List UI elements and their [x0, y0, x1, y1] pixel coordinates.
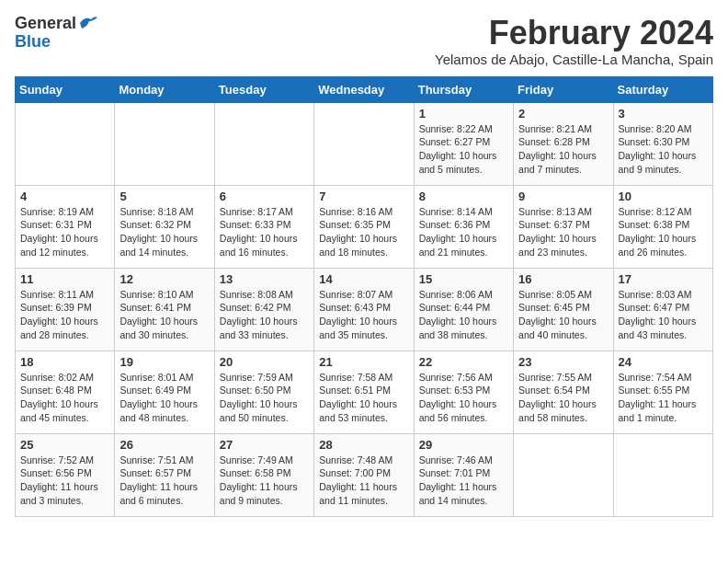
day-info: Sunrise: 8:13 AMSunset: 6:37 PMDaylight:… — [518, 205, 608, 259]
header-thursday: Thursday — [414, 76, 513, 102]
calendar-cell: 22Sunrise: 7:56 AMSunset: 6:53 PMDayligh… — [414, 350, 513, 433]
day-number: 15 — [419, 272, 508, 286]
calendar-table: SundayMondayTuesdayWednesdayThursdayFrid… — [15, 76, 713, 517]
calendar-cell — [214, 102, 313, 185]
logo-blue-text: Blue — [15, 33, 98, 52]
day-number: 2 — [518, 107, 608, 121]
day-number: 7 — [319, 190, 408, 203]
calendar-cell: 16Sunrise: 8:05 AMSunset: 6:45 PMDayligh… — [514, 268, 613, 350]
day-info: Sunrise: 8:16 AMSunset: 6:35 PMDaylight:… — [319, 205, 408, 259]
day-info: Sunrise: 8:18 AMSunset: 6:32 PMDaylight:… — [119, 205, 209, 259]
calendar-cell: 13Sunrise: 8:08 AMSunset: 6:42 PMDayligh… — [214, 268, 313, 350]
day-number: 22 — [419, 355, 508, 369]
day-info: Sunrise: 8:02 AMSunset: 6:48 PMDaylight:… — [20, 371, 109, 425]
day-info: Sunrise: 8:05 AMSunset: 6:45 PMDaylight:… — [518, 288, 608, 342]
calendar-cell: 19Sunrise: 8:01 AMSunset: 6:49 PMDayligh… — [115, 350, 214, 433]
day-number: 25 — [20, 438, 109, 452]
day-info: Sunrise: 7:54 AMSunset: 6:55 PMDaylight:… — [619, 371, 708, 425]
day-number: 4 — [20, 190, 109, 203]
day-number: 1 — [419, 107, 508, 121]
day-number: 21 — [319, 355, 408, 369]
day-info: Sunrise: 7:56 AMSunset: 6:53 PMDaylight:… — [419, 371, 508, 425]
calendar-cell — [514, 433, 613, 516]
header-wednesday: Wednesday — [314, 76, 414, 102]
day-info: Sunrise: 8:17 AMSunset: 6:33 PMDaylight:… — [220, 205, 309, 259]
calendar-cell: 7Sunrise: 8:16 AMSunset: 6:35 PMDaylight… — [314, 185, 414, 268]
day-info: Sunrise: 8:20 AMSunset: 6:30 PMDaylight:… — [619, 122, 708, 177]
day-number: 6 — [220, 190, 309, 203]
calendar-cell — [115, 102, 214, 185]
day-info: Sunrise: 8:08 AMSunset: 6:42 PMDaylight:… — [220, 288, 309, 342]
day-info: Sunrise: 8:06 AMSunset: 6:44 PMDaylight:… — [419, 288, 508, 342]
day-info: Sunrise: 8:10 AMSunset: 6:41 PMDaylight:… — [119, 288, 209, 342]
day-number: 14 — [319, 272, 408, 286]
calendar-subtitle: Yelamos de Abajo, Castille-La Mancha, Sp… — [435, 52, 713, 67]
calendar-cell: 27Sunrise: 7:49 AMSunset: 6:58 PMDayligh… — [214, 433, 313, 516]
calendar-cell: 11Sunrise: 8:11 AMSunset: 6:39 PMDayligh… — [16, 268, 115, 350]
day-info: Sunrise: 8:14 AMSunset: 6:36 PMDaylight:… — [419, 205, 508, 259]
week-row-1: 1Sunrise: 8:22 AMSunset: 6:27 PMDaylight… — [16, 102, 713, 185]
calendar-cell: 24Sunrise: 7:54 AMSunset: 6:55 PMDayligh… — [613, 350, 712, 433]
calendar-cell: 25Sunrise: 7:52 AMSunset: 6:56 PMDayligh… — [16, 433, 115, 516]
day-number: 11 — [20, 272, 109, 286]
calendar-cell: 14Sunrise: 8:07 AMSunset: 6:43 PMDayligh… — [314, 268, 414, 350]
calendar-cell: 20Sunrise: 7:59 AMSunset: 6:50 PMDayligh… — [214, 350, 313, 433]
day-number: 18 — [20, 355, 109, 369]
calendar-cell: 21Sunrise: 7:58 AMSunset: 6:51 PMDayligh… — [314, 350, 414, 433]
day-info: Sunrise: 8:19 AMSunset: 6:31 PMDaylight:… — [20, 205, 109, 259]
calendar-cell: 28Sunrise: 7:48 AMSunset: 7:00 PMDayligh… — [314, 433, 414, 516]
day-info: Sunrise: 7:55 AMSunset: 6:54 PMDaylight:… — [518, 371, 608, 425]
day-info: Sunrise: 8:01 AMSunset: 6:49 PMDaylight:… — [119, 371, 209, 425]
day-number: 10 — [619, 190, 708, 203]
logo: General Blue — [15, 15, 98, 52]
day-info: Sunrise: 7:58 AMSunset: 6:51 PMDaylight:… — [319, 371, 408, 425]
calendar-cell: 2Sunrise: 8:21 AMSunset: 6:28 PMDaylight… — [514, 102, 613, 185]
day-number: 13 — [220, 272, 309, 286]
logo-general-text: General — [15, 15, 76, 33]
calendar-cell — [16, 102, 115, 185]
day-info: Sunrise: 8:11 AMSunset: 6:39 PMDaylight:… — [20, 288, 109, 342]
day-number: 19 — [119, 355, 209, 369]
calendar-cell: 3Sunrise: 8:20 AMSunset: 6:30 PMDaylight… — [613, 102, 712, 185]
day-info: Sunrise: 8:03 AMSunset: 6:47 PMDaylight:… — [619, 288, 708, 342]
calendar-cell: 26Sunrise: 7:51 AMSunset: 6:57 PMDayligh… — [115, 433, 214, 516]
day-number: 29 — [419, 438, 508, 452]
header-tuesday: Tuesday — [214, 76, 313, 102]
header-saturday: Saturday — [613, 76, 712, 102]
day-number: 12 — [119, 272, 209, 286]
calendar-cell: 12Sunrise: 8:10 AMSunset: 6:41 PMDayligh… — [115, 268, 214, 350]
day-number: 16 — [518, 272, 608, 286]
day-info: Sunrise: 8:22 AMSunset: 6:27 PMDaylight:… — [419, 122, 508, 177]
calendar-cell: 8Sunrise: 8:14 AMSunset: 6:36 PMDaylight… — [414, 185, 513, 268]
calendar-cell: 5Sunrise: 8:18 AMSunset: 6:32 PMDaylight… — [115, 185, 214, 268]
day-info: Sunrise: 7:51 AMSunset: 6:57 PMDaylight:… — [119, 454, 209, 508]
week-row-2: 4Sunrise: 8:19 AMSunset: 6:31 PMDaylight… — [16, 185, 713, 268]
day-number: 3 — [619, 107, 708, 121]
day-number: 28 — [319, 438, 408, 452]
week-row-5: 25Sunrise: 7:52 AMSunset: 6:56 PMDayligh… — [16, 433, 713, 516]
day-number: 24 — [619, 355, 708, 369]
day-number: 27 — [220, 438, 309, 452]
calendar-cell: 18Sunrise: 8:02 AMSunset: 6:48 PMDayligh… — [16, 350, 115, 433]
calendar-cell: 23Sunrise: 7:55 AMSunset: 6:54 PMDayligh… — [514, 350, 613, 433]
day-number: 20 — [220, 355, 309, 369]
day-number: 5 — [119, 190, 209, 203]
week-row-3: 11Sunrise: 8:11 AMSunset: 6:39 PMDayligh… — [16, 268, 713, 350]
calendar-cell — [314, 102, 414, 185]
page-header: General Blue February 2024 Yelamos de Ab… — [15, 15, 713, 73]
calendar-title: February 2024 — [435, 15, 713, 52]
calendar-cell: 6Sunrise: 8:17 AMSunset: 6:33 PMDaylight… — [214, 185, 313, 268]
header-sunday: Sunday — [16, 76, 115, 102]
calendar-cell — [613, 433, 712, 516]
logo-bird-icon — [78, 14, 98, 32]
day-info: Sunrise: 8:07 AMSunset: 6:43 PMDaylight:… — [319, 288, 408, 342]
day-number: 23 — [518, 355, 608, 369]
calendar-header-row: SundayMondayTuesdayWednesdayThursdayFrid… — [16, 76, 713, 102]
day-info: Sunrise: 7:49 AMSunset: 6:58 PMDaylight:… — [220, 454, 309, 508]
calendar-cell: 17Sunrise: 8:03 AMSunset: 6:47 PMDayligh… — [613, 268, 712, 350]
title-block: February 2024 Yelamos de Abajo, Castille… — [435, 15, 713, 73]
week-row-4: 18Sunrise: 8:02 AMSunset: 6:48 PMDayligh… — [16, 350, 713, 433]
header-monday: Monday — [115, 76, 214, 102]
calendar-cell: 4Sunrise: 8:19 AMSunset: 6:31 PMDaylight… — [16, 185, 115, 268]
calendar-cell: 29Sunrise: 7:46 AMSunset: 7:01 PMDayligh… — [414, 433, 513, 516]
